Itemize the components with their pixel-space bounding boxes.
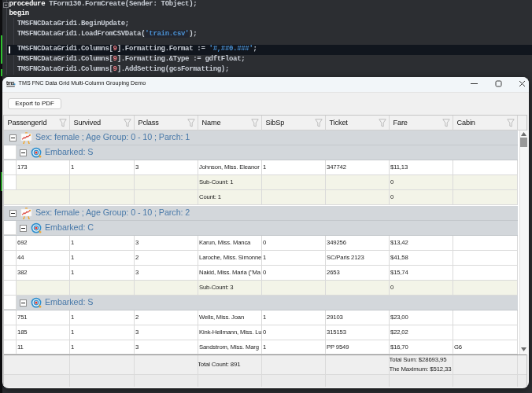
svg-text:tms: tms xyxy=(6,81,15,86)
